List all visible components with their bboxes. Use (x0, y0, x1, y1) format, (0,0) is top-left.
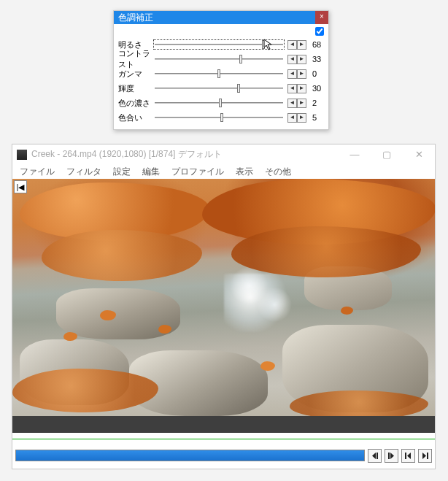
menubar: ファイルフィルタ設定編集プロファイル表示その他 (12, 164, 435, 179)
step-fwd-button[interactable] (385, 449, 398, 463)
slider-row: ガンマ◄►0 (118, 66, 324, 81)
timeline-marker-strip[interactable] (12, 433, 435, 445)
slider-value: 5 (309, 113, 324, 122)
menu-item[interactable]: 設定 (109, 166, 135, 178)
slider[interactable] (153, 112, 285, 123)
window-title: Creek - 264.mp4 (1920,1080) [1/874] デフォル… (31, 148, 222, 161)
close-button[interactable]: × (315, 11, 328, 24)
enable-checkbox[interactable] (315, 27, 324, 36)
increment-button[interactable]: ► (297, 40, 306, 50)
slider-label: ガンマ (118, 69, 150, 80)
slider-value: 2 (309, 99, 324, 107)
slider[interactable] (153, 83, 285, 93)
menu-item[interactable]: その他 (260, 166, 296, 178)
slider-row: コントラスト◄►33 (118, 52, 324, 66)
timeline-strip[interactable] (12, 416, 435, 433)
slider-value: 33 (309, 55, 324, 64)
goto-start-button[interactable] (401, 449, 415, 463)
close-window-button[interactable]: ✕ (403, 145, 435, 164)
dialog-titlebar[interactable]: 色調補正 × (114, 11, 328, 24)
video-player-window: Creek - 264.mp4 (1920,1080) [1/874] デフォル… (12, 144, 436, 469)
menu-item[interactable]: 編集 (138, 166, 164, 178)
color-correction-dialog: 色調補正 × 明るさ◄►68コントラスト◄►33ガンマ◄►0輝度◄►30色の濃さ… (113, 10, 329, 130)
increment-button[interactable]: ► (297, 99, 306, 108)
decrement-button[interactable]: ◄ (287, 113, 297, 123)
slider-value: 0 (309, 69, 324, 78)
app-icon (17, 150, 27, 160)
goto-end-button[interactable] (418, 449, 432, 463)
slider-row: 色の濃さ◄►2 (118, 96, 324, 110)
slider-label: 輝度 (118, 83, 150, 94)
dialog-body: 明るさ◄►68コントラスト◄►33ガンマ◄►0輝度◄►30色の濃さ◄►2色合い◄… (114, 24, 328, 129)
decrement-button[interactable]: ◄ (287, 84, 297, 93)
decrement-button[interactable]: ◄ (287, 99, 297, 108)
increment-button[interactable]: ► (297, 69, 306, 79)
slider-value: 68 (309, 40, 324, 49)
slider-row: 色合い◄►5 (118, 110, 324, 125)
window-titlebar[interactable]: Creek - 264.mp4 (1920,1080) [1/874] デフォル… (12, 145, 435, 164)
decrement-button[interactable]: ◄ (287, 55, 297, 64)
menu-item[interactable]: ファイル (15, 166, 59, 178)
dialog-title: 色調補正 (118, 11, 153, 24)
slider-row: 輝度◄►30 (118, 81, 324, 96)
slider[interactable] (153, 54, 285, 64)
increment-button[interactable]: ► (297, 113, 306, 123)
maximize-button[interactable]: ▢ (371, 145, 403, 164)
slider-label: コントラスト (118, 48, 150, 70)
svg-rect-1 (388, 453, 390, 459)
slider-label: 色合い (118, 112, 150, 123)
menu-item[interactable]: 表示 (231, 166, 258, 178)
increment-button[interactable]: ► (297, 55, 306, 64)
decrement-button[interactable]: ◄ (287, 40, 297, 50)
svg-rect-2 (405, 453, 406, 459)
svg-rect-0 (376, 453, 378, 459)
progress-slider[interactable] (15, 450, 365, 461)
menu-item[interactable]: プロファイル (167, 166, 228, 178)
menu-item[interactable]: フィルタ (62, 166, 106, 178)
slider[interactable] (153, 39, 285, 50)
slider[interactable] (153, 69, 285, 79)
step-back-button[interactable] (368, 449, 382, 463)
svg-rect-3 (427, 453, 428, 459)
video-surface[interactable]: |◀ (12, 179, 435, 416)
slider-label: 色の濃さ (118, 98, 150, 109)
seek-start-badge[interactable]: |◀ (14, 180, 27, 193)
decrement-button[interactable]: ◄ (287, 69, 297, 79)
minimize-button[interactable]: — (339, 145, 371, 164)
slider-value: 30 (309, 84, 324, 93)
increment-button[interactable]: ► (297, 84, 306, 93)
slider[interactable] (153, 98, 285, 108)
control-bar (12, 445, 435, 466)
